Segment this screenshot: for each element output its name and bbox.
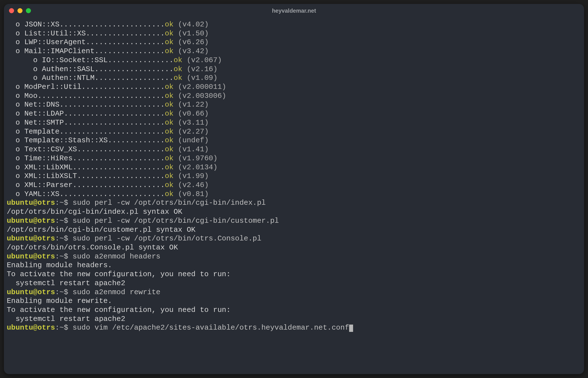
module-bullet: o [33,74,38,82]
module-bullet: o [15,29,20,38]
module-name: Authen::SASL [42,65,95,73]
prompt-sep: : [55,234,60,243]
module-ok: ok [165,154,174,163]
output-line: Enabling module headers. [7,261,112,269]
module-dots: ..................... [73,163,165,172]
module-ok: ok [165,38,174,46]
module-dots: ........................ [59,127,165,136]
module-dots: ..................... [73,154,165,163]
module-dots: .................... [77,172,165,180]
module-ok: ok [165,163,174,172]
module-version: (v1.41) [178,145,209,154]
prompt-path: ~ [59,288,64,296]
module-bullet: o [15,38,20,46]
command-text: sudo a2enmod headers [73,252,160,261]
module-name: LWP::UserAgent [24,38,86,46]
prompt-path: ~ [59,234,64,243]
module-ok: ok [174,65,182,73]
output-line: To activate the new configuration, you n… [7,270,231,278]
module-version: (v6.26) [178,38,209,46]
module-version: (v1.09) [187,74,217,82]
module-ok: ok [165,136,174,145]
module-ok: ok [165,109,174,118]
module-ok: ok [174,74,182,82]
prompt-user: ubuntu@otrs [7,288,55,296]
module-bullet: o [15,154,20,163]
zoom-icon[interactable] [26,8,31,13]
module-dots: ............... [108,56,174,64]
module-dots: ....................... [64,109,165,118]
module-ok: ok [174,56,182,64]
module-bullet: o [15,47,20,55]
command-text: sudo a2enmod rewrite [73,288,160,296]
module-bullet: o [15,109,20,118]
module-name: Net::SMTP [24,118,64,127]
module-version: (v2.0134) [178,163,217,172]
output-line: systemctl restart apache2 [7,279,125,287]
module-bullet: o [15,92,20,100]
module-name: XML::Parser [24,181,73,189]
module-version: (v1.99) [178,172,209,180]
prompt-symbol: $ [64,323,73,332]
module-version: (v2.46) [178,181,209,189]
module-version: (v3.42) [178,47,209,55]
prompt-user: ubuntu@otrs [7,252,55,261]
module-version: (v4.02) [178,20,209,29]
command-text: sudo perl -cw /opt/otrs/bin/cgi-bin/inde… [73,199,266,207]
prompt-user: ubuntu@otrs [7,199,55,207]
module-dots: .................. [86,38,165,46]
prompt-user: ubuntu@otrs [7,323,55,332]
module-dots: .................. [86,29,165,38]
module-bullet: o [15,145,20,154]
prompt-path: ~ [59,323,64,332]
module-version: (v2.067) [187,56,222,64]
module-ok: ok [165,92,174,100]
module-version: (v2.16) [187,65,217,73]
module-name: XML::LibXSLT [24,172,77,180]
module-name: Net::DNS [24,100,59,109]
prompt-sep: : [55,199,60,207]
module-ok: ok [165,145,174,154]
module-ok: ok [165,100,174,109]
prompt-symbol: $ [64,252,73,261]
module-dots: ............................. [37,92,165,100]
output-line: Enabling module rewrite. [7,297,112,305]
prompt-sep: : [55,217,60,225]
prompt-sep: : [55,288,60,296]
window-controls [9,8,31,13]
module-dots: ....................... [64,118,165,127]
module-ok: ok [165,181,174,189]
module-dots: ................... [81,83,165,91]
module-name: Text::CSV_XS [24,145,77,154]
module-dots: .................. [95,65,174,73]
output-line: /opt/otrs/bin/cgi-bin/index.pl syntax OK [7,208,182,216]
module-name: Template::Stash::XS [24,136,107,145]
prompt-symbol: $ [64,234,73,243]
prompt-sep: : [55,252,60,261]
prompt-symbol: $ [64,217,73,225]
output-line: systemctl restart apache2 [7,315,125,323]
titlebar: heyvaldemar.net [4,4,584,17]
module-dots: ........................ [59,190,165,198]
command-text: sudo perl -cw /opt/otrs/bin/otrs.Console… [73,234,261,243]
module-bullet: o [15,127,20,136]
close-icon[interactable] [9,8,14,13]
module-bullet: o [15,118,20,127]
module-bullet: o [15,163,20,172]
module-version: (v2.000011) [178,83,226,91]
module-version: (v0.81) [178,190,209,198]
module-bullet: o [15,20,20,29]
module-bullet: o [15,181,20,189]
module-name: YAML::XS [24,190,59,198]
module-ok: ok [165,172,174,180]
module-name: Template [24,127,59,136]
prompt-path: ~ [59,252,64,261]
terminal-body[interactable]: o JSON::XS........................ok (v4… [4,17,584,374]
prompt-user: ubuntu@otrs [7,217,55,225]
module-name: Authen::NTLM [42,74,95,82]
module-dots: ..................... [73,181,165,189]
window-title: heyvaldemar.net [272,8,316,14]
module-name: Mail::IMAPClient [24,47,95,55]
minimize-icon[interactable] [17,8,23,13]
prompt-path: ~ [59,217,64,225]
